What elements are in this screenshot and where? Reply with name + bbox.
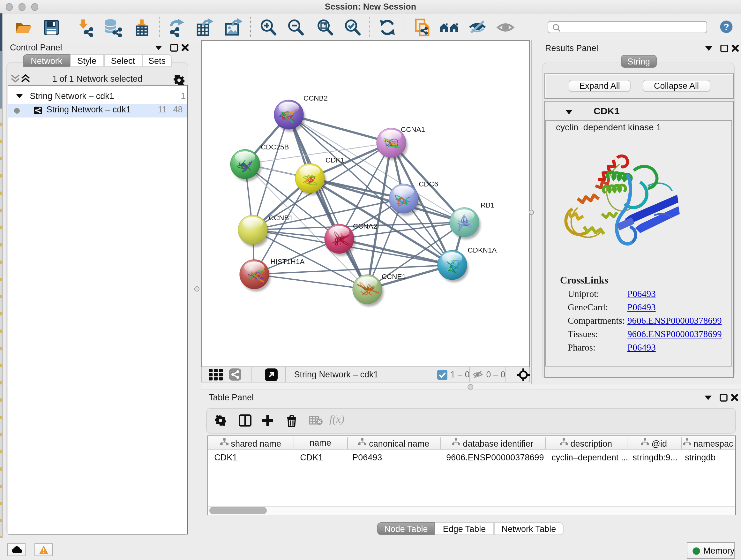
svg-text:CDKN1A: CDKN1A	[468, 246, 496, 254]
svg-text:CCNE1: CCNE1	[382, 272, 406, 280]
svg-text:CCNB2: CCNB2	[304, 94, 328, 102]
svg-text:CDC25B: CDC25B	[261, 143, 289, 151]
svg-text:CDK1: CDK1	[326, 156, 345, 164]
svg-text:CDC6: CDC6	[419, 180, 438, 188]
svg-text:CCNB1: CCNB1	[269, 213, 293, 222]
svg-text:RB1: RB1	[481, 201, 495, 209]
svg-text:HIST1H1A: HIST1H1A	[270, 257, 305, 265]
svg-text:?: ?	[724, 21, 729, 32]
svg-text:CCNA1: CCNA1	[401, 125, 425, 133]
svg-text:CCNA2: CCNA2	[353, 222, 377, 230]
